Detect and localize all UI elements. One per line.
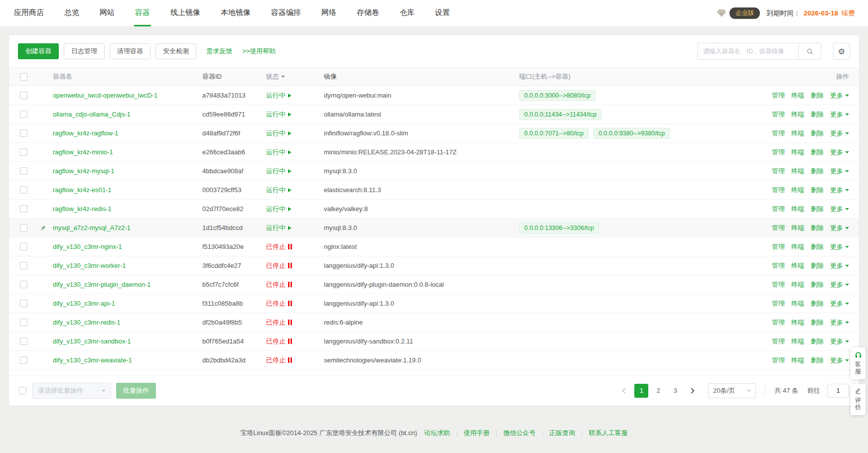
status-badge[interactable]: 已停止 (266, 261, 292, 270)
action-more[interactable]: 更多 (830, 186, 849, 195)
container-name-link[interactable]: ollama_cdjs-ollama_Cdjs-1 (53, 111, 131, 118)
action-delete[interactable]: 删除 (811, 280, 824, 289)
status-badge[interactable]: 运行中 (266, 129, 291, 138)
action-manage[interactable]: 管理 (772, 186, 785, 195)
action-manage[interactable]: 管理 (772, 205, 785, 214)
action-terminal[interactable]: 终端 (791, 280, 804, 289)
nav-tab-remote-images[interactable]: 线上镜像 (169, 0, 201, 26)
nav-tab-network[interactable]: 网络 (320, 0, 337, 26)
search-input[interactable] (698, 43, 798, 60)
action-delete[interactable]: 删除 (811, 148, 824, 157)
action-terminal[interactable]: 终端 (791, 224, 804, 232)
status-badge[interactable]: 已停止 (266, 318, 292, 327)
page-button-1[interactable]: 1 (634, 384, 648, 398)
action-more[interactable]: 更多 (830, 280, 849, 289)
action-manage[interactable]: 管理 (772, 167, 785, 176)
row-checkbox[interactable] (20, 167, 27, 175)
row-checkbox[interactable] (20, 281, 27, 288)
create-container-button[interactable]: 创建容器 (18, 43, 59, 59)
action-terminal[interactable]: 终端 (791, 186, 804, 195)
nav-tab-sites[interactable]: 网站 (99, 0, 116, 26)
action-terminal[interactable]: 终端 (791, 375, 804, 375)
nav-tab-volumes[interactable]: 存储卷 (356, 0, 380, 26)
action-terminal[interactable]: 终端 (791, 299, 804, 308)
status-badge[interactable]: 运行中 (266, 186, 291, 195)
action-manage[interactable]: 管理 (772, 261, 785, 270)
row-checkbox[interactable] (20, 319, 27, 326)
action-more[interactable]: 更多 (830, 356, 849, 365)
row-checkbox[interactable] (20, 148, 27, 156)
select-all-bottom-checkbox[interactable] (19, 387, 26, 394)
action-more[interactable]: 更多 (830, 91, 849, 100)
renew-link[interactable]: 续费 (842, 9, 855, 18)
nav-tab-overview[interactable]: 总览 (63, 0, 80, 26)
clean-container-button[interactable]: 清理容器 (110, 43, 150, 59)
action-terminal[interactable]: 终端 (791, 148, 804, 157)
action-terminal[interactable]: 终端 (791, 205, 804, 214)
action-manage[interactable]: 管理 (772, 110, 785, 119)
next-page-button[interactable] (685, 384, 698, 397)
action-more[interactable]: 更多 (830, 129, 849, 138)
row-checkbox[interactable] (20, 92, 27, 99)
row-checkbox[interactable] (20, 186, 27, 194)
action-terminal[interactable]: 终端 (791, 242, 804, 251)
footer-link-3[interactable]: 正版查询 (549, 429, 575, 438)
container-name-link[interactable]: ragflow_kr4z-mysql-1 (53, 167, 115, 175)
container-name-link[interactable]: mysql_a7z2-mysql_A7z2-1 (53, 224, 131, 231)
action-manage[interactable]: 管理 (772, 280, 785, 289)
enterprise-badge[interactable]: 企业版 (729, 7, 760, 19)
status-badge[interactable]: 运行中 (266, 205, 291, 214)
row-checkbox[interactable] (20, 129, 27, 137)
status-badge[interactable]: 已停止 (266, 299, 292, 308)
action-terminal[interactable]: 终端 (791, 337, 804, 346)
action-terminal[interactable]: 终端 (791, 318, 804, 327)
prev-page-button[interactable] (618, 384, 631, 397)
container-name-link[interactable]: ragflow_kr4z-redis-1 (53, 205, 112, 213)
status-badge[interactable]: 已停止 (266, 375, 292, 375)
goto-page-input[interactable] (827, 384, 849, 398)
container-name-link[interactable]: dify_v130_c3mr-weaviate-1 (53, 356, 132, 364)
action-delete[interactable]: 删除 (811, 167, 824, 176)
batch-action-select[interactable]: 请选择批量操作 (32, 383, 111, 399)
nav-tab-settings[interactable]: 设置 (434, 0, 451, 26)
status-badge[interactable]: 运行中 (266, 91, 291, 100)
action-delete[interactable]: 删除 (811, 318, 824, 327)
batch-apply-button[interactable]: 批量操作 (116, 383, 156, 399)
status-badge[interactable]: 已停止 (266, 337, 292, 346)
row-checkbox[interactable] (20, 262, 27, 269)
action-more[interactable]: 更多 (830, 167, 849, 176)
container-name-link[interactable]: dify_v130_c3mr-redis-1 (53, 319, 121, 326)
header-status-filter[interactable]: 状态 (266, 72, 324, 81)
action-terminal[interactable]: 终端 (791, 356, 804, 365)
select-all-checkbox[interactable] (20, 73, 27, 81)
row-checkbox[interactable] (20, 243, 27, 250)
row-checkbox[interactable] (20, 111, 27, 118)
review-widget[interactable]: 评价 (851, 384, 866, 415)
container-name-link[interactable]: dify_v130_c3mr-nginx-1 (53, 243, 122, 250)
container-name-link[interactable]: dify_v130_c3mr-api-1 (53, 300, 115, 307)
action-delete[interactable]: 删除 (811, 356, 824, 365)
status-badge[interactable]: 已停止 (266, 280, 292, 289)
nav-tab-local-images[interactable]: 本地镜像 (220, 0, 252, 26)
container-name-link[interactable]: dify_v130_c3mr-worker-1 (53, 262, 126, 269)
action-more[interactable]: 更多 (830, 205, 849, 214)
action-more[interactable]: 更多 (830, 242, 849, 251)
action-manage[interactable]: 管理 (772, 148, 785, 157)
page-size-select[interactable]: 20条/页 (708, 383, 756, 398)
action-delete[interactable]: 删除 (811, 299, 824, 308)
row-checkbox[interactable] (20, 356, 27, 364)
action-delete[interactable]: 删除 (811, 337, 824, 346)
action-more[interactable]: 更多 (830, 224, 849, 232)
action-delete[interactable]: 删除 (811, 242, 824, 251)
status-badge[interactable]: 运行中 (266, 110, 291, 119)
container-name-link[interactable]: ragflow_kr4z-ragflow-1 (53, 129, 119, 137)
container-name-link[interactable]: ragflow_kr4z-minio-1 (53, 148, 113, 156)
footer-link-4[interactable]: 联系人工客服 (589, 429, 628, 438)
footer-link-2[interactable]: 微信公众号 (503, 429, 536, 438)
action-delete[interactable]: 删除 (811, 129, 824, 138)
status-badge[interactable]: 运行中 (266, 224, 291, 232)
action-more[interactable]: 更多 (830, 148, 849, 157)
page-button-3[interactable]: 3 (668, 384, 682, 398)
action-terminal[interactable]: 终端 (791, 129, 804, 138)
row-checkbox[interactable] (20, 205, 27, 213)
